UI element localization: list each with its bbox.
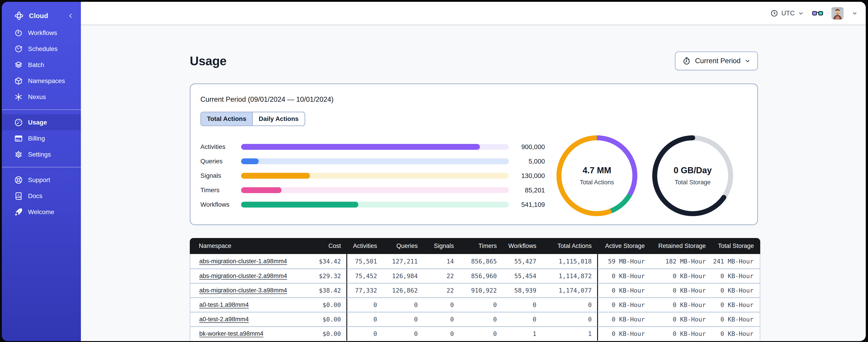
total-storage-donut: 0 GB/DayTotal Storage — [650, 133, 736, 218]
cell-active-storage: 59 MB-Hour — [597, 254, 650, 269]
cell-total-actions: 1,174,077 — [542, 283, 597, 297]
column-header-signals: Signals — [423, 238, 459, 254]
chevron-down-icon — [745, 58, 750, 64]
cell-retained-storage: 182 MB-Hour — [650, 254, 711, 269]
cell-signals: 22 — [423, 283, 459, 297]
cell-retained-storage: 0 KB-Hour — [650, 269, 711, 283]
cell-queries: 126,862 — [382, 283, 423, 297]
sidebar-collapse-icon[interactable] — [67, 12, 74, 19]
sidebar-item-batch[interactable]: Batch — [2, 57, 81, 73]
sidebar-item-label: Schedules — [28, 45, 58, 53]
glasses-icon[interactable] — [812, 9, 823, 17]
cell-workflows: 58,939 — [502, 283, 542, 297]
namespace-link[interactable]: a0-test-2.a98mm4 — [199, 316, 249, 322]
cell-timers: 856,865 — [459, 254, 502, 269]
cell-total-actions: 0 — [542, 297, 597, 312]
cell-total-storage: 241 MB-Hour — [711, 254, 760, 269]
cell-activities: 0 — [346, 326, 382, 341]
cell-cost: $29.32 — [294, 269, 346, 283]
cell-queries: 0 — [382, 312, 423, 326]
sidebar-brand[interactable]: Cloud — [2, 7, 81, 25]
cell-activities: 75,452 — [346, 269, 382, 283]
usage-card-title: Current Period (09/01/2024 — 10/01/2024) — [200, 95, 747, 104]
total-actions-donut: 4.7 MMTotal Actions — [554, 133, 640, 218]
bar-label: Queries — [200, 158, 241, 165]
spiral-icon — [14, 28, 23, 37]
sidebar-item-label: Welcome — [28, 208, 54, 216]
column-header-active-storage: Active Storage — [597, 238, 650, 254]
namespace-link[interactable]: abs-migration-cluster-1.a98mm4 — [199, 258, 287, 265]
sidebar-item-nexus[interactable]: Nexus — [2, 89, 81, 105]
sidebar-item-schedules[interactable]: Schedules — [2, 41, 81, 57]
sidebar-nav-account: UsageBillingSettings — [2, 114, 81, 163]
namespace-cell: a0-test-1.a98mm4 — [190, 297, 294, 312]
cell-cost: $0.00 — [294, 312, 346, 326]
sidebar-item-settings[interactable]: Settings — [2, 146, 81, 163]
cell-total-storage: 0 KB-Hour — [711, 283, 760, 297]
cell-timers: 0 — [459, 297, 502, 312]
bar-fill — [241, 173, 310, 179]
sidebar-item-billing[interactable]: Billing — [2, 130, 81, 146]
period-selector-button[interactable]: Current Period — [675, 52, 758, 70]
sidebar-item-label: Support — [28, 176, 50, 184]
sidebar-item-workflows[interactable]: Workflows — [2, 25, 81, 41]
cell-retained-storage: 0 KB-Hour — [650, 297, 711, 312]
namespace-link[interactable]: a0-test-1.a98mm4 — [199, 301, 249, 308]
cell-cost: $0.00 — [294, 326, 346, 341]
column-header-retained-storage: Retained Storage — [650, 238, 711, 254]
namespace-link[interactable]: abs-migration-cluster-3.a98mm4 — [199, 287, 287, 294]
cell-cost: $38.42 — [294, 283, 346, 297]
cell-timers: 856,960 — [459, 269, 502, 283]
cell-total-actions: 1 — [542, 326, 597, 341]
table-row: abs-migration-cluster-2.a98mm4$29.3275,4… — [190, 269, 760, 283]
cell-activities: 0 — [346, 312, 382, 326]
usage-donut-charts: 4.7 MMTotal Actions0 GB/DayTotal Storage — [554, 133, 736, 218]
table-row: bk-worker-test.a98mm4$0.000000110 KB-Hou… — [190, 326, 760, 341]
table-row: a0-test-2.a98mm4$0.000000000 KB-Hour0 KB… — [190, 312, 760, 326]
app-window: Cloud WorkflowsSchedulesBatchNamespacesN… — [2, 2, 866, 341]
gear-icon — [14, 150, 23, 159]
namespace-cell: abs-migration-cluster-2.a98mm4 — [190, 269, 294, 283]
table-row: abs-migration-cluster-3.a98mm4$38.4277,3… — [190, 283, 760, 297]
sidebar-item-usage[interactable]: Usage — [2, 114, 81, 130]
clock-icon — [770, 9, 778, 17]
cell-queries: 0 — [382, 326, 423, 341]
sidebar-item-namespaces[interactable]: Namespaces — [2, 73, 81, 89]
sidebar-item-welcome[interactable]: Welcome — [2, 204, 81, 220]
bar-track — [241, 202, 509, 208]
bar-row-timers: Timers85,201 — [200, 183, 545, 197]
namespace-link[interactable]: bk-worker-test.a98mm4 — [199, 330, 264, 337]
cell-signals: 0 — [423, 326, 459, 341]
cell-total-actions: 1,114,872 — [542, 269, 597, 283]
donut-label: Total Storage — [675, 179, 711, 186]
page-title: Usage — [190, 54, 226, 68]
tab-total-actions[interactable]: Total Actions — [201, 112, 253, 126]
donut-center-text: 4.7 MMTotal Actions — [554, 133, 640, 218]
sidebar-nav-footer: SupportDocsWelcome — [2, 172, 81, 220]
usage-summary-card: Current Period (09/01/2024 — 10/01/2024)… — [190, 83, 758, 225]
book-sparkle-icon — [14, 192, 23, 201]
sidebar-item-label: Nexus — [28, 93, 46, 101]
actions-tab-group: Total ActionsDaily Actions — [200, 112, 305, 126]
cell-timers: 0 — [459, 326, 502, 341]
user-avatar[interactable] — [831, 7, 844, 20]
sidebar-nav-main: WorkflowsSchedulesBatchNamespacesNexus — [2, 25, 81, 105]
bar-row-signals: Signals130,000 — [200, 169, 545, 183]
namespace-link[interactable]: abs-migration-cluster-2.a98mm4 — [199, 273, 287, 279]
namespace-usage-table: NamespaceCostActivitiesQueriesSignalsTim… — [190, 238, 760, 341]
bar-track — [241, 187, 509, 193]
sidebar-item-support[interactable]: Support — [2, 172, 81, 188]
topbar: UTC — [81, 2, 866, 25]
cell-signals: 0 — [423, 297, 459, 312]
sidebar: Cloud WorkflowsSchedulesBatchNamespacesN… — [2, 2, 81, 341]
cell-signals: 0 — [423, 312, 459, 326]
temporal-logo-icon — [14, 11, 24, 21]
sidebar-item-docs[interactable]: Docs — [2, 188, 81, 204]
sidebar-divider — [2, 109, 81, 110]
bar-track — [241, 144, 509, 150]
sidebar-item-label: Docs — [28, 193, 42, 200]
account-menu-chevron-icon[interactable] — [852, 10, 858, 16]
timezone-selector[interactable]: UTC — [770, 9, 804, 17]
rocket-icon — [14, 208, 23, 216]
tab-daily-actions[interactable]: Daily Actions — [253, 112, 304, 126]
